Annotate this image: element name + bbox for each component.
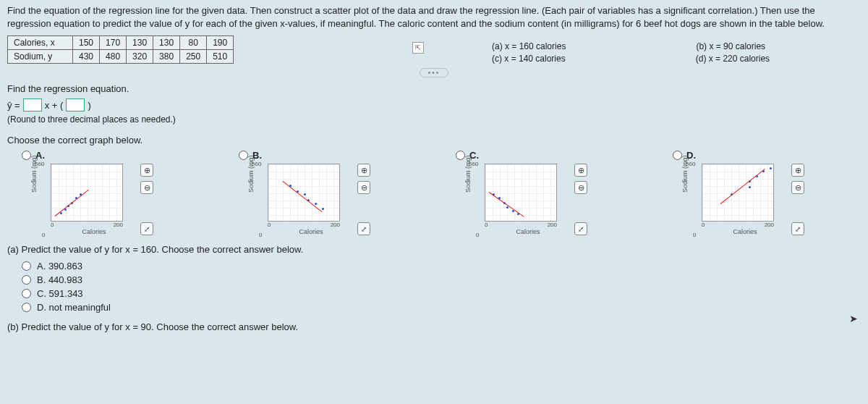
expand-icon[interactable]: ⤢	[574, 222, 587, 235]
cell: 320	[127, 50, 153, 64]
zoom-out-icon[interactable]: ⊖	[357, 181, 370, 194]
scatter-plot-d	[702, 164, 774, 222]
subq-b: (b) x = 90 calories	[696, 41, 765, 53]
choose-graph-heading: Choose the correct graph below.	[0, 129, 868, 147]
x-tick-min: 0	[268, 222, 271, 228]
x-axis-label: Calories	[702, 228, 788, 235]
x-tick-min: 0	[485, 222, 488, 228]
eq-mid: x + (	[45, 100, 64, 111]
find-equation-heading: Find the regression equation.	[0, 77, 868, 96]
cell: 430	[73, 50, 100, 64]
table-row: Sodium, y 430 480 320 380 250 510	[8, 50, 234, 64]
zoom-in-icon[interactable]: ⊕	[574, 164, 587, 177]
slope-input[interactable]	[23, 98, 42, 111]
mc-a-radio-b[interactable]	[22, 275, 31, 285]
mc-a-opt-c: C. 591.343	[37, 288, 83, 299]
subq-a: (a) x = 160 calories	[492, 41, 566, 53]
cell: 190	[207, 36, 234, 50]
y-tick-min: 0	[693, 232, 696, 238]
cell: 150	[73, 36, 100, 50]
scatter-plot-b	[268, 164, 340, 222]
mc-a-opt-b: B. 440.983	[37, 274, 82, 285]
subq-d: (d) x = 220 calories	[696, 53, 770, 65]
cell: 250	[180, 50, 207, 64]
cursor-icon: ➤	[849, 313, 858, 324]
graph-option-b: B. Sodium (mg) 560 0 ⊕ ⊖ ⤢ 0	[239, 150, 420, 235]
mc-a-radio-d[interactable]	[22, 303, 31, 312]
scatter-plot-a	[51, 164, 123, 222]
scatter-plot-c	[485, 164, 557, 222]
predict-a-options: A. 390.863 B. 440.983 C. 591.343 D. not …	[0, 256, 868, 316]
graph-option-d: D. Sodium (mg) 560 0 ⊕ ⊖ ⤢ 0	[673, 150, 854, 235]
cell: 380	[153, 50, 180, 64]
y-tick-max: 560	[469, 161, 478, 167]
row1-label: Calories, x	[8, 36, 73, 50]
cell: 170	[100, 36, 127, 50]
graph-option-c: C. Sodium (mg) 560 0 ⊕ ⊖ ⤢ 0	[456, 150, 637, 235]
x-axis-label: Calories	[268, 228, 354, 235]
x-tick-max: 200	[765, 222, 774, 228]
expand-icon[interactable]: ⤢	[357, 222, 370, 235]
expand-icon[interactable]: ⤢	[791, 222, 804, 235]
zoom-out-icon[interactable]: ⊖	[574, 181, 587, 194]
table-expand-button[interactable]: ⇱	[412, 42, 424, 54]
y-tick-min: 0	[259, 232, 262, 238]
zoom-out-icon[interactable]: ⊖	[140, 181, 153, 194]
mc-a-radio-a[interactable]	[22, 261, 31, 271]
y-tick-max: 560	[35, 161, 44, 167]
x-axis-label: Calories	[51, 228, 137, 235]
x-axis-label: Calories	[485, 228, 571, 235]
x-tick-min: 0	[702, 222, 705, 228]
y-tick-min: 0	[42, 232, 45, 238]
y-tick-max: 560	[686, 161, 695, 167]
eq-yhat: ŷ =	[7, 100, 20, 111]
ellipsis-divider: •••	[420, 68, 448, 77]
x-tick-min: 0	[51, 222, 54, 228]
predict-a-question: (a) Predict the value of y for x = 160. …	[0, 238, 868, 256]
mc-a-radio-c[interactable]	[22, 289, 31, 298]
intercept-input[interactable]	[66, 98, 85, 111]
y-tick-max: 560	[252, 161, 261, 167]
cell: 130	[127, 36, 153, 50]
zoom-in-icon[interactable]: ⊕	[791, 164, 804, 177]
rounding-hint: (Round to three decimal places as needed…	[0, 114, 868, 129]
problem-instructions: Find the equation of the regression line…	[0, 0, 868, 33]
graph-option-a: A. Sodium (mg) 560 0 ⊕ ⊖ ⤢ 0	[22, 150, 203, 235]
regression-equation: ŷ = x + ( )	[0, 96, 868, 114]
x-tick-max: 200	[331, 222, 340, 228]
sub-question-list: (a) x = 160 calories (b) x = 90 calories…	[492, 41, 770, 65]
subq-c: (c) x = 140 calories	[492, 53, 566, 65]
graph-options-row: A. Sodium (mg) 560 0 ⊕ ⊖ ⤢ 0	[0, 147, 868, 238]
mc-a-opt-d: D. not meaningful	[37, 302, 111, 313]
x-tick-max: 200	[548, 222, 557, 228]
y-tick-min: 0	[476, 232, 479, 238]
cell: 130	[153, 36, 180, 50]
row2-label: Sodium, y	[8, 50, 73, 64]
table-row: Calories, x 150 170 130 130 80 190	[8, 36, 234, 50]
zoom-out-icon[interactable]: ⊖	[791, 181, 804, 194]
cell: 510	[207, 50, 234, 64]
mc-a-opt-a: A. 390.863	[37, 261, 82, 272]
expand-icon[interactable]: ⤢	[140, 222, 153, 235]
predict-b-question: (b) Predict the value of y for x = 90. C…	[0, 316, 868, 334]
cell: 480	[100, 50, 127, 64]
x-tick-max: 200	[114, 222, 123, 228]
zoom-in-icon[interactable]: ⊕	[357, 164, 370, 177]
cell: 80	[180, 36, 207, 50]
eq-suffix: )	[88, 100, 90, 111]
zoom-in-icon[interactable]: ⊕	[140, 164, 153, 177]
data-table: Calories, x 150 170 130 130 80 190 Sodiu…	[7, 35, 234, 64]
